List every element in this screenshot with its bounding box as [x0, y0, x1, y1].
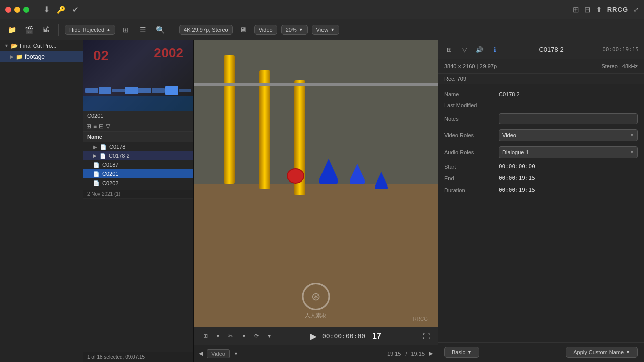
project-icon: 📂: [11, 42, 18, 49]
minimize-button[interactable]: [14, 7, 20, 13]
browser-item-c0187[interactable]: 📄 C0187: [83, 160, 193, 169]
inspector-grid-icon[interactable]: ⊞: [443, 44, 455, 56]
basic-label: Basic: [452, 349, 465, 355]
video-format-button[interactable]: 4K 29.97p, Stereo: [179, 25, 233, 35]
project-icon[interactable]: 📽: [39, 23, 52, 36]
sidebar-project-label: Final Cut Pro...: [20, 43, 56, 49]
fullscreen-icon[interactable]: ⛶: [420, 330, 433, 343]
browser-section-date: 2 Nov 2021 (1): [83, 190, 193, 199]
share-icon[interactable]: ⬆: [596, 5, 602, 14]
video-roles-value: Video: [502, 132, 516, 138]
item-label-c0202: C0202: [102, 180, 118, 186]
nav-right-icon[interactable]: ▶: [429, 350, 433, 357]
view-chevron-icon: ▼: [330, 27, 335, 32]
grid-icon[interactable]: ⊟: [584, 5, 591, 14]
timecode-value: 00:00:00:00: [322, 332, 365, 340]
sort-icon[interactable]: ⊞: [86, 123, 91, 130]
expand-arrow: ▼: [4, 43, 9, 48]
basic-button[interactable]: Basic ▼: [444, 347, 479, 358]
video-roles-label: Video Roles: [444, 132, 495, 138]
pole-2: [259, 70, 270, 189]
inspector-panel: ⊞ ▽ 🔊 ℹ C0178 2 00:00:19:15 3840 × 2160 …: [438, 40, 644, 362]
field-end: End 00:00:19:15: [438, 172, 644, 184]
resolution-value: 3840 × 2160 | 29.97p: [444, 63, 497, 69]
basic-chevron: ▼: [467, 350, 472, 355]
field-video-roles: Video Roles Video ▼: [438, 127, 644, 144]
chevron-down-icon: ▼: [299, 27, 303, 32]
filter-icon[interactable]: ⊞: [119, 23, 132, 36]
inspector-audio-icon[interactable]: 🔊: [473, 44, 486, 56]
inspector-info-icon[interactable]: ℹ: [489, 44, 501, 56]
transform-icon[interactable]: ⟳: [250, 330, 263, 343]
audio-roles-value: Dialogue-1: [502, 149, 529, 155]
browser-item-c0178-2[interactable]: ▶ 📄 C0178 2: [83, 151, 193, 160]
hide-rejected-button[interactable]: Hide Rejected ▲: [65, 25, 115, 35]
field-name: Name C0178 2: [438, 88, 644, 100]
cone-3: [375, 172, 388, 189]
clip-select-icon[interactable]: ⊞: [199, 330, 212, 343]
role-button[interactable]: Video: [254, 25, 277, 35]
view-button[interactable]: View ▼: [312, 25, 340, 35]
sidebar-item-project[interactable]: ▼ 📂 Final Cut Pro...: [0, 40, 83, 51]
browser-list: ▶ 📄 C0178 ▶ 📄 C0178 2 📄 C0187 📄 C0201 📄 …: [83, 142, 193, 352]
browser-preview: 02 2002: [83, 40, 193, 111]
download-icon[interactable]: ⬇: [43, 5, 50, 14]
resize-icon[interactable]: ⤢: [633, 6, 639, 13]
clip-select-chevron[interactable]: ▼: [216, 334, 220, 339]
browser-column-name[interactable]: Name: [83, 132, 193, 142]
audio-roles-select[interactable]: Dialogue-1 ▼: [499, 146, 638, 158]
duration-value: 00:00:19:15: [499, 187, 638, 193]
inspector-fields: Name C0178 2 Last Modified Notes Video R…: [438, 84, 644, 342]
list-icon[interactable]: ☰: [136, 23, 149, 36]
timecode-slash: /: [405, 351, 407, 357]
check-icon[interactable]: ✔: [72, 5, 79, 14]
search-icon[interactable]: 🔍: [153, 23, 167, 36]
divider-2: [173, 24, 173, 36]
monitor2-icon[interactable]: 🖥: [237, 23, 250, 36]
red-object: [287, 168, 304, 184]
nav-left-icon[interactable]: ◀: [199, 350, 203, 357]
browser-item-c0202[interactable]: 📄 C0202: [83, 178, 193, 188]
start-value: 00:00:00:00: [499, 163, 638, 170]
video-roles-chevron: ▼: [630, 133, 634, 138]
field-notes: Notes: [438, 111, 644, 127]
trim-icon[interactable]: ✂: [224, 330, 237, 343]
start-label: Start: [444, 164, 495, 170]
list-view-icon[interactable]: ≡: [93, 123, 97, 130]
item-label-c0187: C0187: [102, 162, 118, 168]
file-icon: 📄: [100, 144, 106, 150]
inspector-filter-icon[interactable]: ▽: [458, 44, 470, 56]
end-value: 00:00:19:15: [499, 175, 638, 182]
columns-icon[interactable]: ⊟: [99, 123, 104, 130]
sidebar: ▼ 📂 Final Cut Pro... ▶ 📁 footage: [0, 40, 83, 362]
browser-item-c0201[interactable]: 📄 C0201: [83, 169, 193, 178]
file-icon3: 📄: [93, 162, 99, 168]
key-icon[interactable]: 🔑: [57, 6, 65, 14]
browser-item-c0178[interactable]: ▶ 📄 C0178: [83, 142, 193, 151]
video-roles-select[interactable]: Video ▼: [499, 129, 638, 141]
play-button[interactable]: ▶: [310, 331, 317, 342]
close-button[interactable]: [5, 7, 11, 13]
notes-input[interactable]: [499, 113, 638, 124]
maximize-button[interactable]: [23, 7, 29, 13]
library-icon[interactable]: 📁: [5, 23, 18, 36]
video-role-label[interactable]: Video: [207, 349, 230, 358]
inspector-toolbar: ⊞ ▽ 🔊 ℹ C0178 2 00:00:19:15: [438, 40, 644, 59]
event-icon[interactable]: 🎬: [22, 23, 35, 36]
zoom-button[interactable]: 20% ▼: [281, 25, 308, 35]
apply-custom-name-button[interactable]: Apply Custom Name ▼: [566, 347, 638, 358]
browser-status: 1 of 18 selected, 09:07:15: [83, 352, 193, 362]
viewer-chevron[interactable]: ▼: [234, 351, 238, 356]
audio-roles-label: Audio Roles: [444, 149, 495, 155]
scene-floor: [194, 184, 438, 327]
duration-label: Duration: [444, 187, 495, 193]
main-area: ▼ 📂 Final Cut Pro... ▶ 📁 footage 02 2002: [0, 40, 644, 362]
transform-chevron[interactable]: ▼: [267, 334, 272, 339]
frame-count: 17: [372, 332, 381, 341]
rrcg-label: RRCG: [413, 316, 428, 322]
sidebar-item-footage[interactable]: ▶ 📁 footage: [0, 51, 83, 62]
filter-icon2[interactable]: ▽: [106, 123, 110, 130]
hide-rejected-label: Hide Rejected: [69, 27, 104, 33]
trim-chevron[interactable]: ▼: [242, 334, 246, 339]
monitor-icon[interactable]: ⊞: [573, 5, 579, 14]
